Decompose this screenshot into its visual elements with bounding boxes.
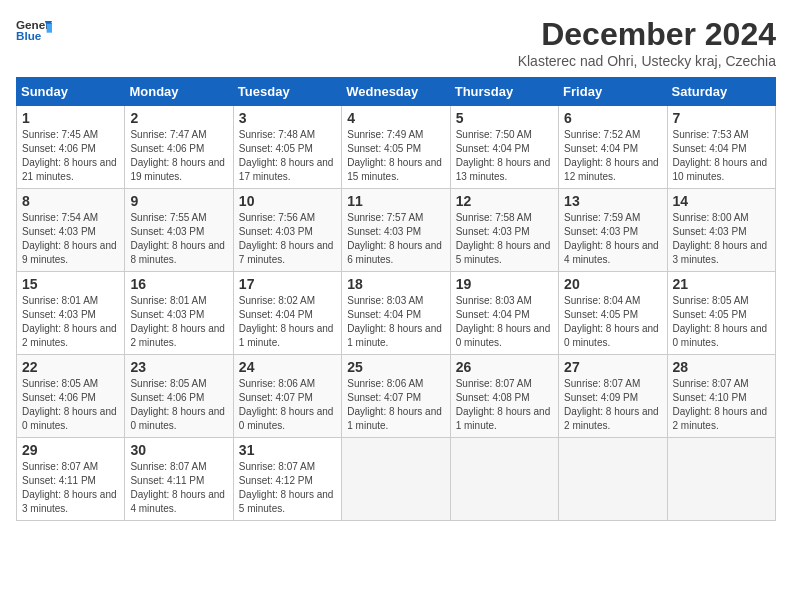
calendar-cell [342,438,450,521]
day-number: 15 [22,276,119,292]
day-info: Sunrise: 8:07 AM Sunset: 4:08 PM Dayligh… [456,378,551,431]
calendar-cell: 26 Sunrise: 8:07 AM Sunset: 4:08 PM Dayl… [450,355,558,438]
calendar-cell [559,438,667,521]
day-info: Sunrise: 8:00 AM Sunset: 4:03 PM Dayligh… [673,212,768,265]
day-number: 2 [130,110,227,126]
header: General Blue December 2024 Klasterec nad… [16,16,776,69]
day-number: 27 [564,359,661,375]
day-info: Sunrise: 7:47 AM Sunset: 4:06 PM Dayligh… [130,129,225,182]
day-info: Sunrise: 8:04 AM Sunset: 4:05 PM Dayligh… [564,295,659,348]
calendar-cell: 27 Sunrise: 8:07 AM Sunset: 4:09 PM Dayl… [559,355,667,438]
day-number: 26 [456,359,553,375]
calendar-cell: 31 Sunrise: 8:07 AM Sunset: 4:12 PM Dayl… [233,438,341,521]
day-number: 25 [347,359,444,375]
day-number: 12 [456,193,553,209]
day-number: 31 [239,442,336,458]
col-wednesday: Wednesday [342,78,450,106]
calendar-cell: 3 Sunrise: 7:48 AM Sunset: 4:05 PM Dayli… [233,106,341,189]
calendar-cell: 20 Sunrise: 8:04 AM Sunset: 4:05 PM Dayl… [559,272,667,355]
day-number: 13 [564,193,661,209]
day-info: Sunrise: 7:45 AM Sunset: 4:06 PM Dayligh… [22,129,117,182]
col-thursday: Thursday [450,78,558,106]
day-number: 28 [673,359,770,375]
calendar-cell: 24 Sunrise: 8:06 AM Sunset: 4:07 PM Dayl… [233,355,341,438]
month-title: December 2024 [518,16,776,53]
col-monday: Monday [125,78,233,106]
day-number: 18 [347,276,444,292]
day-number: 11 [347,193,444,209]
day-info: Sunrise: 7:58 AM Sunset: 4:03 PM Dayligh… [456,212,551,265]
day-info: Sunrise: 8:07 AM Sunset: 4:11 PM Dayligh… [22,461,117,514]
day-number: 3 [239,110,336,126]
calendar-cell: 23 Sunrise: 8:05 AM Sunset: 4:06 PM Dayl… [125,355,233,438]
day-info: Sunrise: 8:02 AM Sunset: 4:04 PM Dayligh… [239,295,334,348]
col-friday: Friday [559,78,667,106]
logo: General Blue [16,16,52,44]
calendar-cell [667,438,775,521]
calendar-cell: 10 Sunrise: 7:56 AM Sunset: 4:03 PM Dayl… [233,189,341,272]
calendar-cell: 13 Sunrise: 7:59 AM Sunset: 4:03 PM Dayl… [559,189,667,272]
day-info: Sunrise: 7:48 AM Sunset: 4:05 PM Dayligh… [239,129,334,182]
day-number: 10 [239,193,336,209]
day-number: 17 [239,276,336,292]
calendar-cell: 28 Sunrise: 8:07 AM Sunset: 4:10 PM Dayl… [667,355,775,438]
day-number: 19 [456,276,553,292]
day-number: 21 [673,276,770,292]
day-info: Sunrise: 7:56 AM Sunset: 4:03 PM Dayligh… [239,212,334,265]
calendar-cell: 7 Sunrise: 7:53 AM Sunset: 4:04 PM Dayli… [667,106,775,189]
day-info: Sunrise: 8:01 AM Sunset: 4:03 PM Dayligh… [22,295,117,348]
day-number: 16 [130,276,227,292]
day-number: 7 [673,110,770,126]
day-info: Sunrise: 7:49 AM Sunset: 4:05 PM Dayligh… [347,129,442,182]
calendar-cell: 2 Sunrise: 7:47 AM Sunset: 4:06 PM Dayli… [125,106,233,189]
day-info: Sunrise: 8:07 AM Sunset: 4:09 PM Dayligh… [564,378,659,431]
location-title: Klasterec nad Ohri, Ustecky kraj, Czechi… [518,53,776,69]
day-number: 6 [564,110,661,126]
day-info: Sunrise: 8:03 AM Sunset: 4:04 PM Dayligh… [456,295,551,348]
day-info: Sunrise: 7:55 AM Sunset: 4:03 PM Dayligh… [130,212,225,265]
day-info: Sunrise: 7:59 AM Sunset: 4:03 PM Dayligh… [564,212,659,265]
day-number: 9 [130,193,227,209]
calendar-cell: 30 Sunrise: 8:07 AM Sunset: 4:11 PM Dayl… [125,438,233,521]
col-tuesday: Tuesday [233,78,341,106]
day-info: Sunrise: 7:50 AM Sunset: 4:04 PM Dayligh… [456,129,551,182]
calendar-cell: 6 Sunrise: 7:52 AM Sunset: 4:04 PM Dayli… [559,106,667,189]
logo-icon: General Blue [16,16,52,44]
calendar-table: Sunday Monday Tuesday Wednesday Thursday… [16,77,776,521]
day-info: Sunrise: 8:06 AM Sunset: 4:07 PM Dayligh… [347,378,442,431]
day-info: Sunrise: 7:57 AM Sunset: 4:03 PM Dayligh… [347,212,442,265]
svg-marker-3 [47,24,52,33]
svg-text:Blue: Blue [16,29,42,42]
calendar-cell: 5 Sunrise: 7:50 AM Sunset: 4:04 PM Dayli… [450,106,558,189]
day-info: Sunrise: 8:05 AM Sunset: 4:05 PM Dayligh… [673,295,768,348]
calendar-cell: 11 Sunrise: 7:57 AM Sunset: 4:03 PM Dayl… [342,189,450,272]
day-info: Sunrise: 7:52 AM Sunset: 4:04 PM Dayligh… [564,129,659,182]
day-number: 24 [239,359,336,375]
calendar-cell: 16 Sunrise: 8:01 AM Sunset: 4:03 PM Dayl… [125,272,233,355]
day-info: Sunrise: 8:05 AM Sunset: 4:06 PM Dayligh… [22,378,117,431]
day-number: 22 [22,359,119,375]
day-number: 29 [22,442,119,458]
col-sunday: Sunday [17,78,125,106]
day-info: Sunrise: 8:07 AM Sunset: 4:10 PM Dayligh… [673,378,768,431]
day-info: Sunrise: 8:01 AM Sunset: 4:03 PM Dayligh… [130,295,225,348]
day-info: Sunrise: 8:06 AM Sunset: 4:07 PM Dayligh… [239,378,334,431]
day-info: Sunrise: 7:54 AM Sunset: 4:03 PM Dayligh… [22,212,117,265]
calendar-cell: 17 Sunrise: 8:02 AM Sunset: 4:04 PM Dayl… [233,272,341,355]
day-number: 14 [673,193,770,209]
calendar-cell: 4 Sunrise: 7:49 AM Sunset: 4:05 PM Dayli… [342,106,450,189]
day-number: 30 [130,442,227,458]
calendar-cell: 25 Sunrise: 8:06 AM Sunset: 4:07 PM Dayl… [342,355,450,438]
day-number: 23 [130,359,227,375]
calendar-cell: 22 Sunrise: 8:05 AM Sunset: 4:06 PM Dayl… [17,355,125,438]
header-row: Sunday Monday Tuesday Wednesday Thursday… [17,78,776,106]
day-number: 8 [22,193,119,209]
col-saturday: Saturday [667,78,775,106]
day-number: 4 [347,110,444,126]
calendar-cell: 29 Sunrise: 8:07 AM Sunset: 4:11 PM Dayl… [17,438,125,521]
calendar-cell: 14 Sunrise: 8:00 AM Sunset: 4:03 PM Dayl… [667,189,775,272]
day-number: 20 [564,276,661,292]
calendar-cell: 15 Sunrise: 8:01 AM Sunset: 4:03 PM Dayl… [17,272,125,355]
calendar-cell [450,438,558,521]
calendar-cell: 18 Sunrise: 8:03 AM Sunset: 4:04 PM Dayl… [342,272,450,355]
